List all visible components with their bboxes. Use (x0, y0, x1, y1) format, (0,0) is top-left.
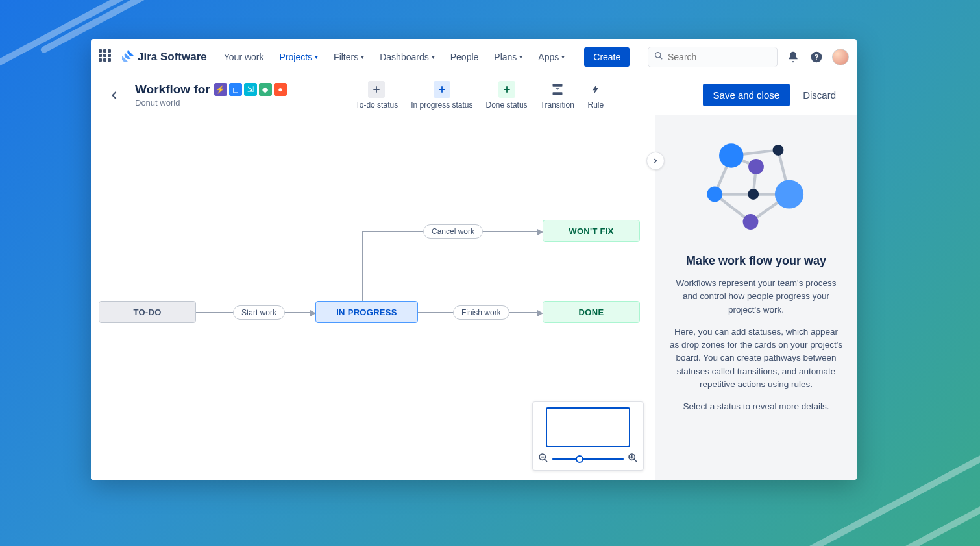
zoom-out-icon[interactable] (538, 453, 548, 465)
page-title: Workflow for (135, 82, 210, 97)
issue-type-story-icon: ◻ (229, 83, 242, 96)
nav-item-label: Filters (334, 52, 358, 62)
svg-line-1 (660, 56, 663, 59)
issue-type-subtask-icon: ⇲ (244, 83, 257, 96)
title-block: Workflow for ⚡ ◻ ⇲ ◆ ● Donut world (135, 82, 287, 108)
svg-point-22 (719, 143, 743, 167)
plus-icon (498, 81, 515, 98)
svg-line-7 (545, 459, 547, 462)
svg-point-25 (748, 189, 759, 200)
nav-item-apps[interactable]: Apps▾ (532, 48, 571, 66)
nav-item-label: People (450, 52, 479, 62)
user-avatar[interactable] (832, 49, 849, 65)
tool-label: In progress status (411, 101, 472, 110)
connector (362, 231, 363, 312)
plus-icon (368, 81, 385, 98)
workflow-canvas[interactable]: Cancel work WON'T FIX TO-DO Start work I… (91, 115, 655, 480)
add-todo-status-button[interactable]: To-do status (356, 81, 398, 110)
svg-text:?: ? (814, 53, 818, 61)
nav-item-filters[interactable]: Filters▾ (327, 48, 371, 66)
add-inprogress-status-button[interactable]: In progress status (411, 81, 472, 110)
transition-icon (549, 81, 566, 98)
svg-point-28 (743, 214, 759, 230)
svg-rect-5 (552, 92, 562, 95)
app-window: Jira Software Your workProjects▾Filters▾… (91, 39, 857, 480)
editor-toolbar: To-do status In progress status Done sta… (356, 81, 604, 110)
nav-items: Your workProjects▾Filters▾Dashboards▾Peo… (217, 48, 572, 66)
svg-point-0 (655, 52, 661, 57)
back-button[interactable] (104, 85, 125, 106)
issue-type-bug-icon: ● (274, 83, 287, 96)
add-done-status-button[interactable]: Done status (486, 81, 528, 110)
status-wont-fix[interactable]: WON'T FIX (543, 220, 640, 242)
tool-label: Rule (587, 101, 604, 110)
nav-item-label: Plans (494, 52, 517, 62)
zoom-in-icon[interactable] (628, 453, 638, 465)
nav-item-projects[interactable]: Projects▾ (273, 48, 325, 66)
minimap (532, 401, 644, 471)
transition-cancel-work[interactable]: Cancel work (423, 224, 483, 239)
panel-paragraph: Workflows represent your team's process … (670, 277, 842, 316)
create-button[interactable]: Create (584, 47, 630, 67)
nav-item-plans[interactable]: Plans▾ (487, 48, 529, 66)
help-icon[interactable]: ? (809, 49, 824, 65)
nav-item-people[interactable]: People (444, 48, 485, 66)
notifications-icon[interactable] (785, 49, 801, 65)
svg-point-23 (773, 145, 784, 156)
search-icon (654, 51, 663, 63)
chevron-down-icon: ▾ (561, 53, 565, 60)
plus-icon (434, 81, 450, 98)
editor-main: Cancel work WON'T FIX TO-DO Start work I… (91, 115, 857, 480)
rule-lightning-icon (587, 81, 604, 98)
nav-item-dashboards[interactable]: Dashboards▾ (373, 48, 441, 66)
zoom-slider-thumb[interactable] (576, 455, 583, 463)
chevron-down-icon: ▾ (315, 53, 318, 60)
panel-paragraph: Select a status to reveal more details. (683, 400, 829, 413)
chevron-down-icon: ▾ (361, 53, 364, 60)
workflow-graph-illustration (701, 134, 811, 244)
tool-label: Done status (486, 101, 528, 110)
issue-type-epic-icon: ⚡ (214, 83, 227, 96)
tool-label: To-do status (356, 101, 398, 110)
bg-decor-line (725, 490, 980, 546)
status-done[interactable]: DONE (543, 301, 640, 323)
add-transition-button[interactable]: Transition (541, 81, 574, 110)
jira-logo-icon (122, 50, 134, 64)
issue-type-task-icon: ◆ (259, 83, 272, 96)
nav-item-label: Dashboards (380, 52, 429, 62)
transition-finish-work[interactable]: Finish work (453, 305, 509, 320)
chevron-down-icon: ▾ (519, 53, 522, 60)
minimap-viewport[interactable] (546, 407, 630, 447)
svg-point-26 (707, 187, 722, 202)
nav-item-label: Your work (224, 52, 264, 62)
app-switcher-icon[interactable] (99, 49, 114, 65)
discard-button[interactable]: Discard (795, 84, 844, 106)
chevron-down-icon: ▾ (432, 53, 435, 60)
add-rule-button[interactable]: Rule (587, 81, 604, 110)
panel-paragraph: Here, you can add statuses, which appear… (670, 326, 842, 391)
issue-type-badges: ⚡ ◻ ⇲ ◆ ● (214, 83, 287, 96)
panel-title: Make work flow your way (686, 254, 826, 268)
svg-rect-4 (552, 84, 562, 86)
collapse-panel-button[interactable] (646, 152, 665, 170)
svg-point-24 (748, 159, 764, 174)
search-input[interactable] (648, 47, 778, 67)
status-to-do[interactable]: TO-DO (99, 301, 196, 323)
zoom-slider[interactable] (552, 458, 624, 460)
nav-item-label: Projects (280, 52, 313, 62)
info-panel: Make work flow your way Workflows repres… (655, 115, 857, 480)
top-nav: Jira Software Your workProjects▾Filters▾… (91, 39, 857, 75)
svg-point-27 (775, 180, 803, 208)
transition-start-work[interactable]: Start work (233, 305, 285, 320)
product-name: Jira Software (138, 51, 207, 64)
nav-item-label: Apps (538, 52, 559, 62)
editor-header: Workflow for ⚡ ◻ ⇲ ◆ ● Donut world To-do… (91, 75, 857, 115)
product-logo[interactable]: Jira Software (122, 50, 207, 64)
tool-label: Transition (541, 101, 574, 110)
search-field (648, 47, 778, 67)
save-and-close-button[interactable]: Save and close (703, 84, 790, 106)
nav-item-your-work[interactable]: Your work (217, 48, 271, 66)
project-name: Donut world (135, 98, 287, 108)
svg-line-10 (634, 459, 637, 462)
status-in-progress[interactable]: IN PROGRESS (315, 301, 418, 323)
